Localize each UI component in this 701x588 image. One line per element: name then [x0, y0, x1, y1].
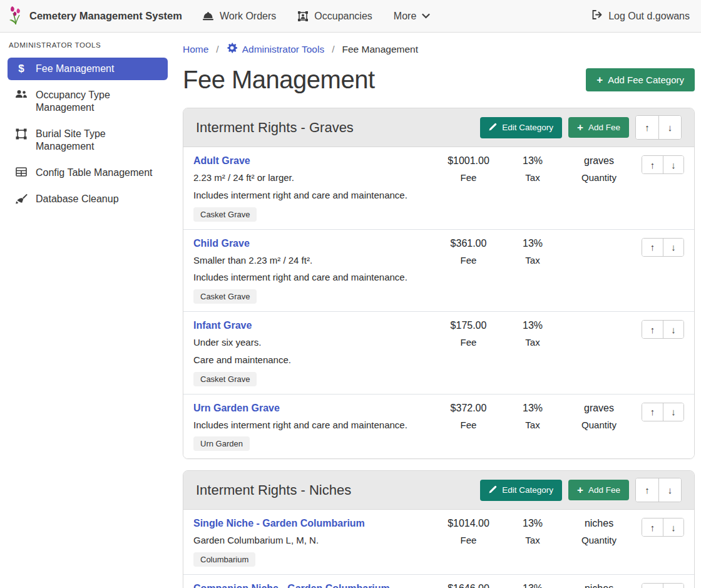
- category-title: Interment Rights - Graves: [196, 120, 480, 136]
- fee-move-up-button[interactable]: ↑: [642, 518, 663, 536]
- quantity-column: graves Quantity: [564, 403, 634, 430]
- fee-name-link[interactable]: Urn Garden Grave: [193, 403, 280, 414]
- breadcrumb: Home / Administrator Tools / Fee Managem…: [183, 40, 695, 57]
- fee-reorder-group: ↑ ↓: [642, 238, 684, 257]
- fee-move-up-button[interactable]: ↑: [642, 584, 663, 588]
- quantity-value: graves: [564, 403, 634, 414]
- fee-name-link[interactable]: Companion Niche - Garden Columbarium: [193, 583, 390, 588]
- tax-value: 13%: [501, 320, 564, 331]
- nav-work-orders[interactable]: Work Orders: [202, 11, 276, 22]
- breadcrumb-separator: /: [332, 44, 334, 55]
- fee-name-link[interactable]: Adult Grave: [193, 155, 250, 167]
- category-reorder-group: ↑ ↓: [635, 115, 682, 140]
- tax-column: 13% Tax: [501, 583, 564, 588]
- fee-amount: $372.00: [436, 403, 501, 414]
- fee-description: 2.23 m² / 24 ft² or larger.: [193, 172, 429, 184]
- tax-column: 13% Tax: [501, 320, 564, 348]
- app-title: Cemetery Management System: [29, 10, 182, 22]
- pencil-icon: [489, 123, 497, 133]
- sidebar-item-occupancy-type-management[interactable]: Occupancy Type Management: [8, 84, 168, 119]
- fee-row: Single Niche - Garden Columbarium Garden…: [183, 510, 694, 574]
- fee-reorder-group: ↑ ↓: [642, 518, 684, 537]
- tax-value: 13%: [501, 403, 564, 414]
- page: Cemetery Management System Work Orders: [0, 0, 701, 588]
- tax-value: 13%: [501, 518, 564, 529]
- fee-name-link[interactable]: Child Grave: [193, 238, 250, 249]
- fee-move-up-button[interactable]: ↑: [642, 321, 663, 338]
- quantity-value: niches: [564, 583, 634, 588]
- fee-move-down-button[interactable]: ↓: [663, 518, 683, 536]
- category-header: Interment Rights - Niches Edit Category …: [183, 471, 694, 510]
- page-title: Fee Management: [183, 66, 375, 94]
- fee-amount-column: $1014.00 Fee: [436, 518, 501, 545]
- sidebar-item-config-table-management[interactable]: Config Table Management: [8, 162, 168, 184]
- fee-name-link[interactable]: Infant Grave: [193, 320, 252, 331]
- sidebar-item-burial-site-type-management[interactable]: Burial Site Type Management: [8, 123, 168, 158]
- tax-label: Tax: [501, 535, 564, 545]
- nav-occupancies[interactable]: Occupancies: [297, 11, 372, 22]
- breadcrumb-admin-tools-link[interactable]: Administrator Tools: [227, 43, 325, 56]
- pencil-icon: [489, 485, 497, 495]
- fee-row: Urn Garden Grave Includes interment righ…: [183, 394, 694, 459]
- sidebar: ADMINISTRATOR TOOLS $ Fee Management Occ…: [0, 33, 175, 222]
- brand[interactable]: Cemetery Management System: [8, 5, 182, 28]
- fee-move-up-button[interactable]: ↑: [642, 403, 663, 421]
- fee-move-up-button[interactable]: ↑: [642, 239, 663, 256]
- plus-icon: +: [577, 123, 583, 132]
- sidebar-item-label: Database Cleanup: [36, 193, 119, 205]
- nav-more[interactable]: More: [394, 11, 430, 22]
- tax-value: 13%: [501, 583, 564, 588]
- quantity-value: niches: [564, 518, 634, 529]
- fee-tag: Urn Garden: [193, 436, 250, 451]
- edit-category-button[interactable]: Edit Category: [480, 480, 562, 501]
- fee-reorder-group: ↑ ↓: [642, 155, 684, 174]
- tulip-logo-icon: [8, 5, 24, 28]
- sidebar-item-fee-management[interactable]: $ Fee Management: [8, 58, 168, 80]
- add-fee-button[interactable]: + Add Fee: [568, 117, 629, 138]
- edit-category-label: Edit Category: [502, 123, 553, 132]
- category-move-down-button[interactable]: ↓: [658, 478, 681, 502]
- category-header: Interment Rights - Graves Edit Category …: [183, 108, 694, 147]
- fee-reorder-group: ↑ ↓: [642, 403, 684, 421]
- fee-move-down-button[interactable]: ↓: [663, 403, 683, 421]
- fee-move-down-button[interactable]: ↓: [663, 156, 683, 173]
- breadcrumb-home-link[interactable]: Home: [183, 44, 208, 55]
- fee-amount-column: $175.00 Fee: [436, 320, 501, 348]
- fee-name-link[interactable]: Single Niche - Garden Columbarium: [193, 518, 365, 529]
- fee-description: Smaller than 2.23 m² / 24 ft².: [193, 255, 429, 267]
- broom-icon: [15, 193, 28, 204]
- plus-icon: +: [577, 486, 583, 494]
- tax-column: 13% Tax: [501, 403, 564, 430]
- sidebar-item-label: Burial Site Type Management: [36, 128, 160, 153]
- top-navbar: Cemetery Management System Work Orders: [0, 0, 701, 33]
- fee-move-down-button[interactable]: ↓: [663, 321, 683, 338]
- gear-icon: [227, 43, 237, 56]
- category-move-up-button[interactable]: ↑: [636, 478, 658, 502]
- fee-amount-label: Fee: [436, 255, 501, 266]
- tax-label: Tax: [501, 337, 564, 348]
- edit-category-button[interactable]: Edit Category: [480, 117, 562, 138]
- add-fee-button[interactable]: + Add Fee: [568, 480, 629, 500]
- logout-label: Log Out d.gowans: [608, 11, 690, 22]
- fee-description: Includes interment right and care and ma…: [193, 190, 429, 202]
- fee-move-down-button[interactable]: ↓: [663, 239, 683, 256]
- quantity-label: Quantity: [564, 420, 634, 430]
- fee-tag: Casket Grave: [193, 289, 257, 304]
- fee-amount-label: Fee: [436, 535, 501, 545]
- category-move-up-button[interactable]: ↑: [636, 116, 658, 139]
- fee-amount: $1001.00: [436, 155, 501, 167]
- tax-column: 13% Tax: [501, 155, 564, 183]
- fee-move-down-button[interactable]: ↓: [663, 584, 683, 588]
- category-move-down-button[interactable]: ↓: [658, 116, 681, 139]
- sidebar-item-database-cleanup[interactable]: Database Cleanup: [8, 188, 168, 210]
- plot-frame-icon: [15, 128, 28, 140]
- fee-amount-column: $372.00 Fee: [436, 403, 501, 430]
- add-fee-category-button[interactable]: + Add Fee Category: [586, 68, 695, 91]
- edit-category-label: Edit Category: [502, 485, 553, 495]
- quantity-column: graves Quantity: [564, 155, 634, 183]
- fee-reorder-group: ↑ ↓: [642, 583, 684, 588]
- logout-button[interactable]: Log Out d.gowans: [591, 9, 690, 23]
- fee-reorder-group: ↑ ↓: [642, 320, 684, 339]
- fee-description: Care and maintenance.: [193, 354, 429, 366]
- fee-move-up-button[interactable]: ↑: [642, 156, 663, 173]
